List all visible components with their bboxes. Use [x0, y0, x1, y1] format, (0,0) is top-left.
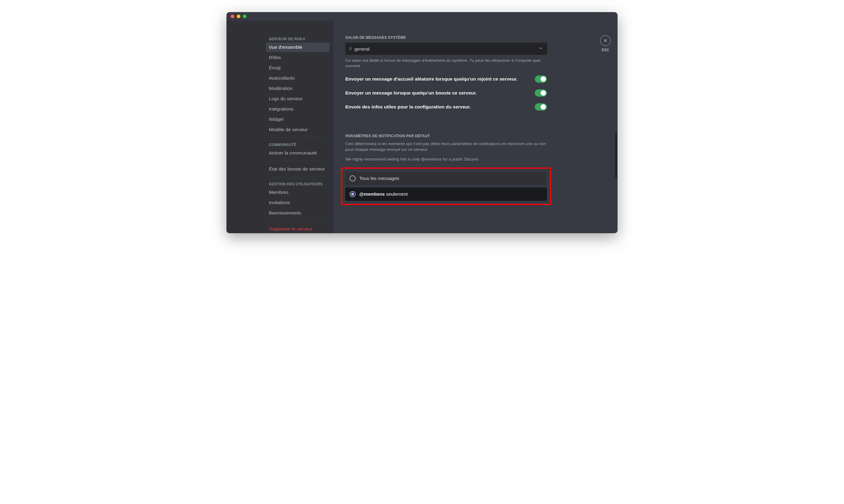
- highlight-annotation: Tous les messages @mentions seulement: [341, 167, 551, 205]
- content-wrap: SALON DE MESSAGES SYSTÈME # general Ce s…: [333, 21, 618, 233]
- sidebar-header-community: COMMUNAUTÉ: [266, 141, 329, 148]
- radio-only-mentions-label: @mentions seulement: [359, 192, 408, 197]
- close-button[interactable]: [600, 35, 611, 46]
- sidebar-item-members[interactable]: Membres: [266, 187, 329, 197]
- boost-message-toggle[interactable]: [535, 89, 547, 96]
- settings-sidebar: SERVEUR DE ROKA Vue d'ensemble Rôles Émo…: [226, 21, 333, 233]
- sidebar-header-user-mgmt: GESTION DES UTILISATEURS: [266, 180, 329, 187]
- close-window-button[interactable]: [231, 15, 234, 18]
- setup-tips-toggle[interactable]: [535, 103, 547, 111]
- divider: [345, 24, 547, 24]
- sidebar-item-stickers[interactable]: Autocollants: [266, 73, 329, 83]
- sidebar-item-audit-log[interactable]: Logs du serveur: [266, 94, 329, 104]
- close-column: ESC: [593, 21, 618, 233]
- welcome-message-label: Envoyer un message d'accueil aléatoire l…: [345, 76, 535, 82]
- radio-icon: [349, 191, 356, 197]
- hash-icon: #: [349, 46, 352, 52]
- sidebar-item-delete-server[interactable]: Supprimer le serveur: [266, 224, 329, 233]
- minimize-window-button[interactable]: [237, 15, 240, 18]
- sidebar-item-widget[interactable]: Widget: [266, 114, 329, 124]
- radio-all-messages[interactable]: Tous les messages: [345, 172, 547, 185]
- sidebar-item-integrations[interactable]: Intégrations: [266, 104, 329, 114]
- notification-settings-label: PARAMÈTRES DE NOTIFICATION PAR DÉFAUT: [345, 134, 547, 138]
- sidebar-separator: [269, 221, 327, 221]
- sidebar-item-boost-status[interactable]: État des boosts de serveur: [266, 164, 329, 174]
- system-channel-label: SALON DE MESSAGES SYSTÈME: [345, 35, 547, 40]
- settings-window: SERVEUR DE ROKA Vue d'ensemble Rôles Émo…: [226, 12, 618, 233]
- sidebar-separator: [269, 138, 327, 138]
- setup-tips-label: Envoie des infos utiles pour la configur…: [345, 104, 535, 110]
- chevron-down-icon: [538, 46, 543, 52]
- sidebar-item-moderation[interactable]: Modération: [266, 84, 329, 93]
- sidebar-item-overview[interactable]: Vue d'ensemble: [266, 42, 329, 52]
- radio-only-mentions[interactable]: @mentions seulement: [345, 187, 547, 201]
- welcome-message-toggle[interactable]: [535, 75, 547, 83]
- notification-desc-1: Ceci déterminera si les membres qui n'on…: [345, 141, 547, 152]
- close-label: ESC: [602, 48, 609, 52]
- boost-message-label: Envoyer un message lorsque quelqu'un boo…: [345, 90, 535, 96]
- system-channel-value: general: [355, 46, 538, 52]
- sidebar-item-bans[interactable]: Bannissements: [266, 208, 329, 218]
- system-channel-desc: Ce salon est dédié à l'envoi de messages…: [345, 58, 547, 69]
- sidebar-header-server: SERVEUR DE ROKA: [266, 35, 329, 42]
- sidebar-item-template[interactable]: Modèle de serveur: [266, 125, 329, 134]
- notification-desc-2: We highly recommend setting this to only…: [345, 157, 547, 162]
- sidebar-item-invites[interactable]: Invitations: [266, 198, 329, 208]
- sidebar-item-emoji[interactable]: Émoji: [266, 63, 329, 73]
- sidebar-item-enable-community[interactable]: Activer la communauté: [266, 148, 329, 158]
- maximize-window-button[interactable]: [243, 15, 246, 18]
- radio-all-messages-label: Tous les messages: [359, 176, 399, 181]
- divider: [345, 124, 547, 124]
- scrollbar-thumb[interactable]: [615, 133, 617, 178]
- system-channel-select[interactable]: # general: [345, 43, 547, 55]
- sidebar-item-roles[interactable]: Rôles: [266, 53, 329, 62]
- titlebar: [226, 12, 618, 21]
- radio-icon: [349, 175, 356, 181]
- settings-content[interactable]: SALON DE MESSAGES SYSTÈME # general Ce s…: [333, 21, 593, 233]
- sidebar-separator: [269, 177, 327, 177]
